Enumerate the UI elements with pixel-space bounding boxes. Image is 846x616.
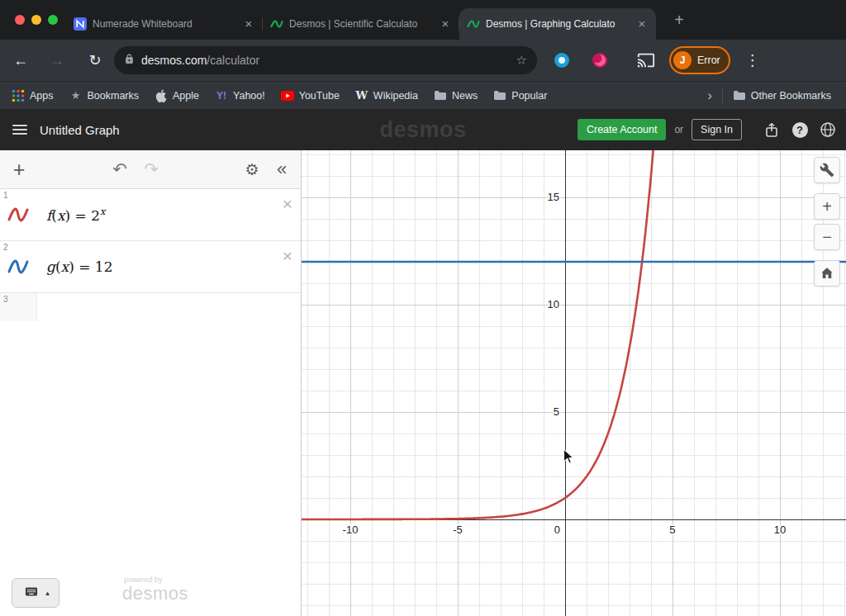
folder-icon	[733, 89, 746, 102]
desmos-favicon	[467, 17, 480, 31]
share-icon[interactable]	[762, 120, 782, 140]
expression-toolbar: + ↶ ↷ ⚙ «	[0, 150, 301, 189]
header-actions: Create Account or Sign In ?	[577, 119, 838, 140]
extension-red-icon[interactable]	[590, 50, 610, 70]
tab-close-icon[interactable]: ×	[439, 17, 452, 31]
yahoo-icon: Y!	[215, 89, 228, 102]
other-bookmarks[interactable]: Other Bookmarks	[733, 89, 831, 102]
tab-label: Desmos | Graphing Calculato	[486, 18, 630, 30]
collapse-panel-icon[interactable]: «	[271, 150, 292, 188]
desmos-header: Untitled Graph desmos Create Account or …	[0, 109, 846, 150]
bookmark-item-youtube[interactable]: YouTube	[281, 89, 340, 102]
bookmark-label: Popular	[511, 90, 547, 102]
expression-visibility-icon[interactable]	[7, 203, 30, 226]
svg-text:0: 0	[554, 524, 560, 536]
desmos-favicon	[270, 17, 283, 31]
zoom-in-button[interactable]: +	[814, 193, 840, 220]
expression-visibility-icon[interactable]	[7, 255, 30, 278]
svg-text:5: 5	[669, 524, 675, 536]
undo-icon[interactable]: ↶	[109, 150, 131, 188]
address-bar[interactable]: desmos.com/calculator ☆	[114, 46, 537, 74]
bookmark-label: Apps	[30, 90, 54, 102]
folder-icon	[493, 89, 506, 102]
bookmark-item-apps[interactable]: Apps	[12, 89, 54, 102]
reload-icon[interactable]: ↻	[83, 51, 107, 69]
numerade-favicon	[74, 17, 87, 31]
avatar: J	[673, 51, 692, 69]
bookmark-items: Apps★BookmarksAppleY!Yahoo!YouTubeWWikip…	[12, 89, 563, 102]
expression-number: 3	[3, 295, 8, 304]
bookmark-label: Apple	[173, 90, 199, 102]
tab-label: Numerade Whiteboard	[93, 18, 236, 30]
create-account-button[interactable]: Create Account	[577, 119, 666, 140]
wikipedia-icon: W	[355, 89, 368, 102]
bookmark-star-icon[interactable]: ☆	[516, 53, 527, 68]
keyboard-icon	[21, 585, 41, 602]
graph-plot[interactable]: -10-5051051015	[302, 150, 846, 616]
bookmark-item-news[interactable]: News	[434, 89, 478, 102]
tabs: Numerade Whiteboard × Desmos | Scientifi…	[66, 8, 656, 40]
back-icon[interactable]: ←	[8, 52, 33, 69]
svg-text:5: 5	[554, 405, 559, 418]
graph-title[interactable]: Untitled Graph	[40, 123, 120, 137]
language-globe-icon[interactable]	[818, 120, 838, 140]
caret-up-icon: ▴	[45, 589, 50, 597]
zoom-out-button[interactable]: −	[814, 224, 840, 250]
or-label: or	[674, 124, 683, 135]
other-bookmarks-label: Other Bookmarks	[751, 90, 831, 102]
expression-number: 1	[3, 191, 8, 200]
svg-text:10: 10	[774, 524, 786, 536]
url-text[interactable]: desmos.com/calculator	[141, 54, 516, 67]
minimize-window-icon[interactable]	[31, 15, 41, 25]
chrome-menu-icon[interactable]: ⋮	[740, 51, 765, 69]
expression-row-2[interactable]: 2g(x) = 12×	[0, 241, 301, 293]
bookmark-item-yahoo-[interactable]: Y!Yahoo!	[215, 89, 265, 102]
expression-latex[interactable]: g(x) = 12	[46, 258, 112, 275]
keyboard-toggle-button[interactable]: ▴	[12, 578, 59, 608]
sign-in-button[interactable]: Sign In	[692, 119, 742, 140]
tab-desmos-graphing[interactable]: Desmos | Graphing Calculato ×	[459, 8, 656, 40]
graph-settings-wrench-button[interactable]	[814, 157, 840, 183]
forward-icon[interactable]: →	[45, 52, 69, 69]
desmos-logo: desmos	[379, 117, 466, 143]
graph-canvas[interactable]: -10-5051051015 + −	[302, 150, 846, 616]
bookmark-item-apple[interactable]: Apple	[154, 89, 199, 102]
add-expression-icon[interactable]: +	[8, 150, 30, 188]
close-window-icon[interactable]	[15, 15, 25, 25]
expression-row-3[interactable]: 3	[0, 293, 301, 321]
expression-row-1[interactable]: 1f(x) = 2x×	[0, 189, 301, 241]
folder-icon	[434, 89, 447, 102]
expression-latex[interactable]: f(x) = 2x	[46, 206, 106, 224]
tab-desmos-scientific[interactable]: Desmos | Scientific Calculato ×	[263, 8, 459, 40]
bookmark-label: News	[452, 90, 478, 102]
navigation-bar: ← → ↻ desmos.com/calculator ☆ J Error ⋮	[0, 40, 846, 81]
svg-text:-5: -5	[453, 524, 463, 536]
redo-icon[interactable]: ↷	[140, 150, 162, 188]
expression-close-icon[interactable]: ×	[283, 248, 292, 264]
bookmark-item-popular[interactable]: Popular	[493, 89, 547, 102]
extension-blue-icon[interactable]	[552, 50, 572, 70]
tab-close-icon[interactable]: ×	[635, 17, 649, 31]
youtube-icon	[281, 89, 294, 102]
bookmarks-overflow-icon[interactable]: ›	[707, 88, 711, 103]
home-view-button[interactable]	[814, 260, 840, 287]
svg-text:15: 15	[548, 191, 559, 203]
bookmark-label: Yahoo!	[233, 90, 265, 102]
new-tab-button[interactable]: +	[669, 10, 689, 30]
expression-close-icon[interactable]: ×	[283, 196, 292, 212]
tab-numerade-whiteboard[interactable]: Numerade Whiteboard ×	[66, 8, 263, 40]
main-menu-icon[interactable]	[12, 125, 27, 135]
bookmarks-divider	[722, 88, 723, 103]
maximize-window-icon[interactable]	[48, 15, 58, 25]
macos-window-controls	[15, 15, 58, 25]
bookmarks-bar: Apps★BookmarksAppleY!Yahoo!YouTubeWWikip…	[0, 81, 846, 109]
graph-settings-gear-icon[interactable]: ⚙	[241, 150, 263, 188]
apps-grid-icon	[12, 89, 25, 102]
bookmark-label: Wikipedia	[373, 90, 418, 102]
cast-icon[interactable]	[636, 50, 656, 70]
profile-chip[interactable]: J Error	[669, 46, 730, 74]
tab-close-icon[interactable]: ×	[242, 17, 255, 31]
bookmark-item-wikipedia[interactable]: WWikipedia	[355, 89, 418, 102]
bookmark-item-bookmarks[interactable]: ★Bookmarks	[69, 89, 140, 102]
help-icon[interactable]: ?	[790, 120, 810, 140]
